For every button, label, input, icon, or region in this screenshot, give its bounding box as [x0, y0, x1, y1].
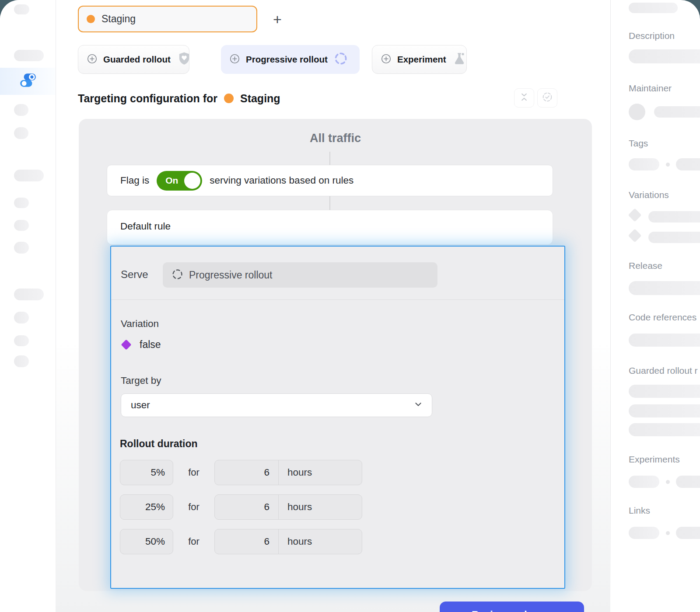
- left-sidebar: [0, 0, 56, 612]
- right-panel-skeleton: [654, 106, 700, 118]
- serve-value-pill[interactable]: Progressive rollout: [163, 262, 438, 288]
- right-panel-skeleton: [676, 527, 700, 539]
- dashed-circle-icon: [334, 52, 348, 67]
- right-panel-label-maintainer: Maintainer: [629, 83, 672, 94]
- sidebar-item-flags-active[interactable]: [0, 68, 56, 95]
- right-panel-skeleton: [676, 476, 700, 488]
- right-panel-skeleton: [629, 385, 700, 398]
- app-canvas: Staging + Guarded rollout Progressive ro…: [0, 0, 700, 612]
- editor-divider: [111, 299, 564, 300]
- app-window: Staging + Guarded rollout Progressive ro…: [0, 0, 700, 612]
- sidebar-skeleton-item: [14, 242, 29, 254]
- connector-line: [329, 152, 330, 165]
- toggle-knob: [184, 173, 200, 189]
- variation-diamond-skeleton: [628, 229, 641, 242]
- guarded-rollout-chip[interactable]: Guarded rollout: [78, 45, 189, 74]
- rollout-percent-input[interactable]: 5%: [120, 460, 173, 485]
- flask-icon: [452, 52, 466, 67]
- rollout-duration-input[interactable]: 6 hours: [214, 529, 362, 554]
- default-rule-card: Default rule: [107, 210, 553, 245]
- right-panel-skeleton: [629, 476, 659, 488]
- right-panel-skeleton: [629, 158, 659, 170]
- duration-unit: hours: [279, 460, 362, 485]
- plus-circle-icon: [230, 54, 240, 66]
- for-label: for: [173, 536, 214, 547]
- serve-label: Serve: [121, 268, 148, 281]
- sidebar-skeleton-item: [14, 50, 44, 61]
- right-panel-label-guarded-rollout: Guarded rollout r: [629, 365, 698, 376]
- environment-color-dot: [87, 15, 95, 23]
- review-and-save-button[interactable]: Review and save: [440, 602, 584, 612]
- targeting-heading-text: Targeting configuration for: [78, 92, 217, 105]
- right-panel-label-description: Description: [629, 31, 675, 41]
- right-panel-skeleton: [676, 158, 700, 170]
- progressive-rollout-chip[interactable]: Progressive rollout: [221, 45, 360, 74]
- for-label: for: [173, 467, 214, 478]
- guarded-rollout-label: Guarded rollout: [103, 54, 171, 65]
- targeting-heading: Targeting configuration for Staging: [78, 90, 280, 107]
- rollout-step-row: 25% for 6 hours: [120, 494, 452, 520]
- variation-value: false: [140, 339, 161, 351]
- flag-status-row: Flag is On serving variations based on r…: [107, 165, 553, 196]
- rollout-duration-input[interactable]: 6 hours: [214, 460, 362, 485]
- add-environment-button[interactable]: +: [268, 10, 287, 29]
- experiment-label: Experiment: [397, 54, 446, 65]
- progressive-rollout-label: Progressive rollout: [246, 54, 328, 65]
- dashed-circle-icon: [172, 268, 183, 282]
- flag-toggle-label: On: [165, 175, 178, 186]
- sidebar-divider: [56, 0, 56, 612]
- environment-tab-staging[interactable]: Staging: [78, 6, 257, 32]
- maintainer-avatar: [629, 104, 645, 120]
- duration-unit: hours: [279, 495, 362, 519]
- duration-unit: hours: [279, 529, 362, 554]
- sidebar-skeleton-item: [14, 4, 29, 14]
- flag-status-suffix: serving variations based on rules: [210, 175, 354, 186]
- skeleton-dot: [666, 163, 670, 167]
- for-label: for: [173, 501, 214, 513]
- rollout-step-row: 50% for 6 hours: [120, 529, 452, 554]
- right-panel-skeleton: [648, 211, 700, 223]
- check-status-button[interactable]: [537, 88, 557, 108]
- skeleton-dot: [666, 531, 670, 535]
- target-by-label: Target by: [121, 375, 161, 386]
- right-panel-skeleton: [629, 527, 659, 539]
- duration-value[interactable]: 6: [215, 460, 278, 485]
- right-panel-skeleton: [629, 281, 700, 295]
- flag-on-toggle[interactable]: On: [157, 171, 202, 191]
- shield-heart-icon: [177, 51, 192, 68]
- target-by-select[interactable]: user: [121, 393, 432, 417]
- flag-status-prefix: Flag is: [120, 175, 149, 186]
- sidebar-skeleton-item: [14, 220, 29, 231]
- right-panel-skeleton: [629, 404, 700, 417]
- plus-circle-icon: [87, 54, 97, 66]
- sidebar-skeleton-item: [14, 170, 44, 181]
- right-panel-skeleton: [629, 49, 700, 63]
- duration-value[interactable]: 6: [215, 529, 278, 554]
- rollout-step-row: 5% for 6 hours: [120, 460, 452, 485]
- experiment-chip[interactable]: Experiment: [372, 45, 467, 74]
- rollout-percent-input[interactable]: 50%: [120, 529, 173, 554]
- collapse-all-button[interactable]: [514, 88, 534, 108]
- targeting-heading-env: Staging: [240, 92, 280, 105]
- sidebar-skeleton-item: [14, 289, 44, 300]
- right-panel-skeleton: [629, 3, 678, 13]
- variation-diamond-skeleton: [628, 208, 641, 222]
- rollout-duration-label: Rollout duration: [120, 438, 198, 450]
- right-panel-label-code-references: Code references: [629, 312, 696, 323]
- chevron-down-icon: [414, 400, 422, 410]
- sidebar-skeleton-item: [14, 104, 28, 116]
- variation-value-row: false: [122, 339, 161, 351]
- rollout-percent-input[interactable]: 25%: [120, 494, 173, 520]
- plus-circle-icon: [381, 54, 391, 66]
- environment-tab-label: Staging: [102, 13, 136, 25]
- sidebar-skeleton-item: [14, 198, 29, 208]
- serve-value-text: Progressive rollout: [189, 269, 272, 281]
- dashed-circle-check-icon: [542, 92, 553, 104]
- environment-color-dot: [224, 94, 234, 103]
- sidebar-skeleton-item: [14, 335, 29, 346]
- right-panel-label-variations: Variations: [629, 190, 669, 200]
- all-traffic-header: All traffic: [79, 132, 592, 145]
- duration-value[interactable]: 6: [215, 495, 278, 519]
- right-panel-label-links: Links: [629, 505, 650, 516]
- rollout-duration-input[interactable]: 6 hours: [214, 494, 362, 520]
